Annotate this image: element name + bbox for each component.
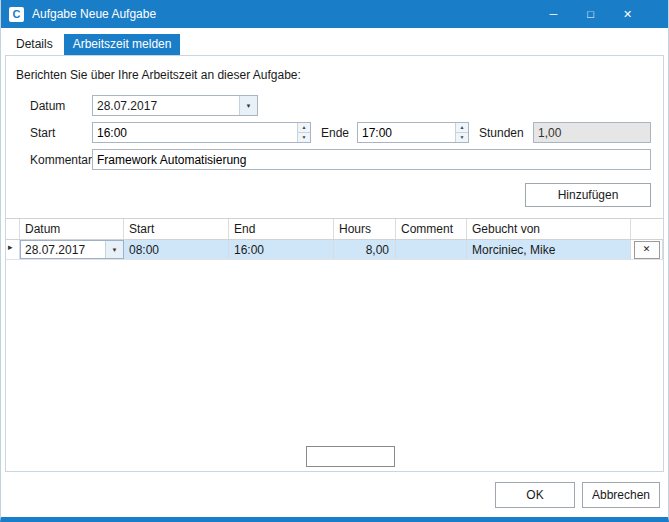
grid-header-delete <box>631 219 663 239</box>
cell-datum-dropdown-button[interactable]: ▼ <box>105 241 123 258</box>
spinner-up-icon: ▲ <box>460 124 465 130</box>
worklog-grid: Datum Start End Hours Comment Gebucht vo… <box>6 218 663 471</box>
ende-spinner: ▲ ▼ <box>455 123 468 142</box>
kommentar-label: Kommentar <box>30 153 92 167</box>
spinner-up-icon: ▲ <box>302 124 307 130</box>
cell-start[interactable]: 08:00 <box>124 240 229 259</box>
datum-combobox[interactable]: 28.07.2017 ▼ <box>92 95 258 116</box>
cell-delete: ✕ <box>631 240 663 259</box>
ende-spinner-down-button[interactable]: ▼ <box>456 133 468 143</box>
kommentar-row: Kommentar <box>30 149 651 170</box>
stunden-field: 1,00 <box>533 122 651 143</box>
grid-header-comment[interactable]: Comment <box>396 219 467 239</box>
start-input[interactable] <box>93 123 297 142</box>
datum-label: Datum <box>30 99 92 113</box>
tab-arbeitszeit-melden[interactable]: Arbeitszeit melden <box>64 34 181 55</box>
stunden-label: Stunden <box>479 126 527 140</box>
grid-empty-area <box>6 260 663 471</box>
add-button-row: Hinzufügen <box>6 183 651 207</box>
ende-label: Ende <box>321 126 351 140</box>
dropdown-arrow-icon: ▼ <box>112 247 118 253</box>
spinner-down-icon: ▼ <box>460 134 465 140</box>
datum-dropdown-button[interactable]: ▼ <box>239 96 257 115</box>
dropdown-arrow-icon: ▼ <box>246 103 252 109</box>
start-spinedit: ▲ ▼ <box>92 122 311 143</box>
kommentar-input[interactable] <box>93 150 650 169</box>
grid-header-hours[interactable]: Hours <box>334 219 396 239</box>
maximize-icon: □ <box>587 8 594 20</box>
hinzufuegen-button[interactable]: Hinzufügen <box>525 183 651 207</box>
grid-header-selector <box>6 219 20 239</box>
close-icon: ✕ <box>623 8 632 21</box>
tab-details[interactable]: Details <box>7 34 62 55</box>
grid-header-row: Datum Start End Hours Comment Gebucht vo… <box>6 219 663 240</box>
ende-spinner-up-button[interactable]: ▲ <box>456 123 468 133</box>
delete-icon: ✕ <box>643 245 651 254</box>
app-logo-icon: C <box>9 7 24 22</box>
tab-strip: Details Arbeitszeit melden <box>1 28 668 55</box>
close-button[interactable]: ✕ <box>609 0 646 28</box>
grid-header-gebucht-von[interactable]: Gebucht von <box>467 219 631 239</box>
delete-row-button[interactable]: ✕ <box>634 241 660 259</box>
window-title: Aufgabe Neue Aufgabe <box>32 7 535 21</box>
cancel-button[interactable]: Abbrechen <box>582 482 660 508</box>
time-row: Start ▲ ▼ Ende ▲ ▼ Stunden 1,00 <box>30 122 651 143</box>
grid-row[interactable]: ▸ 28.07.2017 ▼ 08:00 16:00 8,00 Morcinie… <box>6 240 663 260</box>
dialog-window: C Aufgabe Neue Aufgabe ─ □ ✕ Details Arb… <box>0 0 669 522</box>
cell-datum[interactable]: 28.07.2017 ▼ <box>20 240 124 259</box>
kommentar-fieldwrap <box>92 149 651 170</box>
datum-value: 28.07.2017 <box>93 96 239 115</box>
titlebar[interactable]: C Aufgabe Neue Aufgabe ─ □ ✕ <box>1 0 668 28</box>
spinner-down-icon: ▼ <box>302 134 307 140</box>
cell-gebucht-von[interactable]: Morciniec, Mike <box>467 240 631 259</box>
ok-button[interactable]: OK <box>495 482 575 508</box>
cell-datum-value: 28.07.2017 <box>21 241 105 258</box>
row-marker-icon: ▸ <box>8 242 13 252</box>
grid-header-start[interactable]: Start <box>124 219 229 239</box>
dialog-footer: OK Abbrechen <box>1 472 668 517</box>
start-label: Start <box>30 126 92 140</box>
start-spinner-down-button[interactable]: ▼ <box>298 133 310 143</box>
cell-comment[interactable] <box>396 240 467 259</box>
row-selector-cell[interactable]: ▸ <box>6 240 20 259</box>
cell-hours[interactable]: 8,00 <box>334 240 396 259</box>
start-spinner: ▲ ▼ <box>297 123 310 142</box>
grid-header-datum[interactable]: Datum <box>20 219 124 239</box>
datum-row: Datum 28.07.2017 ▼ <box>30 95 651 116</box>
stunden-value: 1,00 <box>534 123 650 142</box>
minimize-icon: ─ <box>550 8 558 20</box>
minimize-button[interactable]: ─ <box>535 0 572 28</box>
tab-panel-arbeitszeit: Berichten Sie über Ihre Arbeitszeit an d… <box>5 55 664 472</box>
ende-input[interactable] <box>358 123 455 142</box>
maximize-button[interactable]: □ <box>572 0 609 28</box>
instruction-text: Berichten Sie über Ihre Arbeitszeit an d… <box>16 68 663 82</box>
floating-empty-textbox[interactable] <box>306 446 395 467</box>
ende-spinedit: ▲ ▼ <box>357 122 469 143</box>
window-controls: ─ □ ✕ <box>535 0 646 28</box>
grid-header-end[interactable]: End <box>229 219 334 239</box>
cell-end[interactable]: 16:00 <box>229 240 334 259</box>
start-spinner-up-button[interactable]: ▲ <box>298 123 310 133</box>
